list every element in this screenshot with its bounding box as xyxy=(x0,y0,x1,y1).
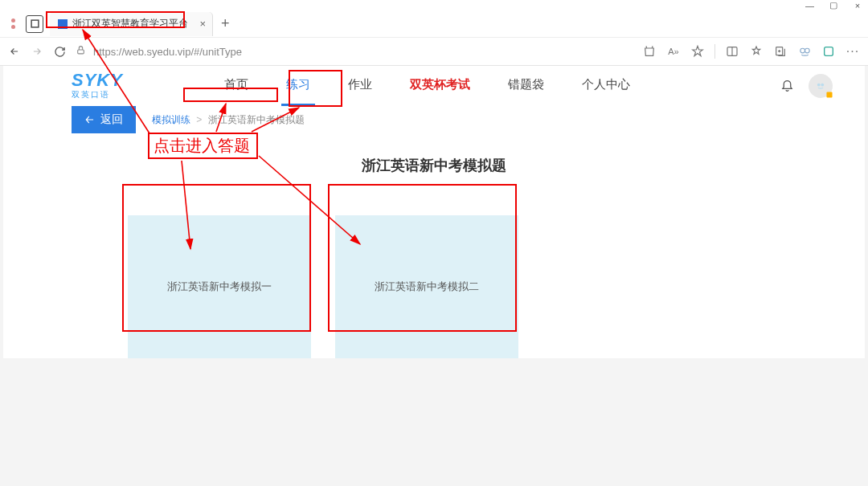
svg-point-8 xyxy=(817,84,821,87)
menu-profile[interactable]: 个人中心 xyxy=(577,66,635,106)
logo-subtext: 双英口语 xyxy=(72,89,123,100)
new-tab-button[interactable]: + xyxy=(221,15,230,32)
menu-practice[interactable]: 练习 xyxy=(281,66,315,106)
nav-back-button[interactable] xyxy=(8,46,21,57)
svg-rect-7 xyxy=(825,47,833,56)
back-label: 返回 xyxy=(100,112,123,127)
card-label: 浙江英语新中考模拟一 xyxy=(167,280,272,294)
tab-title: 浙江双英智慧教育学习平台 xyxy=(72,17,188,31)
breadcrumb-sep: > xyxy=(196,114,202,125)
exercise-card[interactable]: 浙江英语新中考模拟一 xyxy=(128,215,311,358)
page-title: 浙江英语新中考模拟题 xyxy=(3,156,865,175)
browser-menu-icon[interactable] xyxy=(6,13,19,35)
window-close[interactable]: × xyxy=(854,1,862,10)
menu-homework[interactable]: 作业 xyxy=(343,66,377,106)
favorites-bar-icon[interactable] xyxy=(749,45,764,58)
exercise-card[interactable]: 浙江英语新中考模拟二 xyxy=(335,215,518,358)
extension-icon-1[interactable] xyxy=(797,45,812,59)
logo-text: SYKY xyxy=(72,71,123,89)
main-menu: 首页 练习 作业 双英杯考试 错题袋 个人中心 xyxy=(219,66,635,106)
favorite-icon[interactable] xyxy=(690,45,705,58)
extension-icon-2[interactable] xyxy=(821,45,836,58)
window-minimize[interactable]: — xyxy=(805,1,813,10)
favicon xyxy=(58,19,68,29)
lock-icon xyxy=(76,45,87,58)
tabs-overview-button[interactable] xyxy=(26,15,43,33)
nav-forward-button[interactable] xyxy=(31,46,43,57)
shopping-icon[interactable] xyxy=(642,45,657,58)
menu-home[interactable]: 首页 xyxy=(219,66,253,106)
card-grid: 浙江英语新中考模拟一 浙江英语新中考模拟二 xyxy=(3,215,865,358)
svg-point-6 xyxy=(805,48,809,53)
svg-rect-0 xyxy=(31,20,39,27)
url-text[interactable]: https://web.syedu.vip/#/unitType xyxy=(93,46,242,58)
menu-exam[interactable]: 双英杯考试 xyxy=(405,66,475,106)
breadcrumb: 模拟训练 > 浙江英语新中考模拟题 xyxy=(152,113,305,127)
more-icon[interactable]: ··· xyxy=(845,44,860,59)
menu-wrongs[interactable]: 错题袋 xyxy=(503,66,549,106)
split-screen-icon[interactable] xyxy=(725,45,739,58)
site-header: SYKY 双英口语 首页 练习 作业 双英杯考试 错题袋 个人中心 xyxy=(3,66,865,106)
notifications-icon[interactable] xyxy=(780,78,794,95)
card-label: 浙江英语新中考模拟二 xyxy=(375,280,479,294)
svg-point-5 xyxy=(800,48,805,53)
user-avatar[interactable] xyxy=(809,74,833,98)
nav-refresh-button[interactable] xyxy=(53,46,66,58)
collections-icon[interactable] xyxy=(773,45,788,58)
separator xyxy=(714,44,715,59)
browser-tab[interactable]: 浙江双英智慧教育学习平台 × xyxy=(50,12,213,36)
svg-point-9 xyxy=(821,84,824,87)
read-aloud-icon[interactable]: A» xyxy=(666,47,681,56)
window-maximize[interactable]: ▢ xyxy=(829,0,837,10)
breadcrumb-link[interactable]: 模拟训练 xyxy=(152,114,190,125)
back-button[interactable]: 返回 xyxy=(72,106,136,133)
breadcrumb-current: 浙江英语新中考模拟题 xyxy=(208,114,305,125)
logo[interactable]: SYKY 双英口语 xyxy=(72,71,123,100)
svg-rect-1 xyxy=(78,50,84,54)
close-tab-icon[interactable]: × xyxy=(199,18,206,30)
